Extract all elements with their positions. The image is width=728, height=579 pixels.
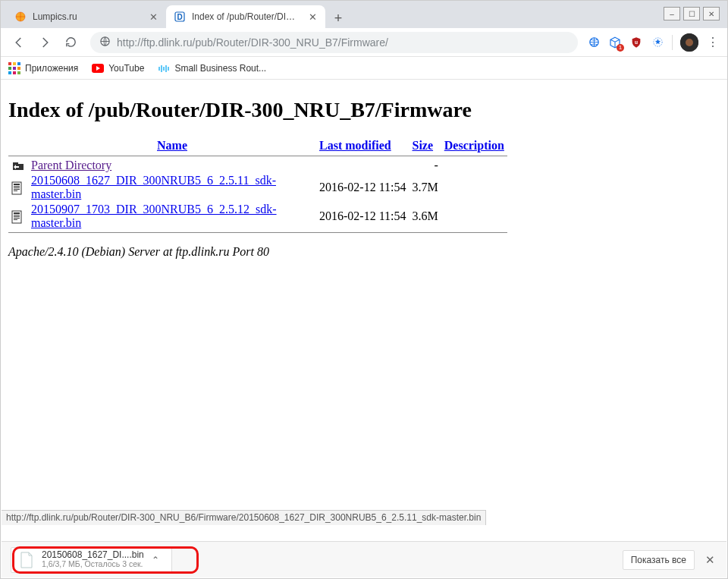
- bookmark-youtube[interactable]: YouTube: [92, 62, 144, 74]
- site-info-icon[interactable]: [99, 36, 111, 49]
- favicon-lumpics: [14, 11, 27, 23]
- svg-rect-22: [14, 190, 17, 191]
- svg-text:u: u: [635, 39, 638, 45]
- tab-strip: Lumpics.ru ✕ D Index of /pub/Router/DIR-…: [1, 1, 727, 28]
- svg-rect-21: [14, 189, 20, 190]
- reload-button[interactable]: [60, 32, 81, 53]
- cell-size: -: [410, 158, 441, 173]
- parent-directory-link[interactable]: Parent Directory: [31, 159, 111, 171]
- extension-shield-icon[interactable]: u: [629, 36, 643, 49]
- page-content: Index of /pub/Router/DIR-300_NRU_B7/Firm…: [1, 80, 727, 266]
- back-button[interactable]: [8, 32, 30, 53]
- download-status: 1,6/3,7 МБ, Осталось 3 сек.: [42, 560, 144, 569]
- youtube-icon: [92, 62, 104, 74]
- tab-label: Index of /pub/Router/DIR-300_N: [192, 11, 301, 22]
- address-bar[interactable]: http://ftp.dlink.ru/pub/Router/DIR-300_N…: [90, 32, 578, 53]
- menu-button[interactable]: ⋮: [706, 36, 720, 49]
- file-icon: [8, 173, 28, 202]
- cell-lastmod: 2016-02-12 11:54: [316, 173, 410, 202]
- svg-rect-20: [14, 187, 20, 188]
- file-link[interactable]: 20150608_1627_DIR_300NRUB5_6_2.5.11_sdk-…: [31, 174, 276, 200]
- extension-star-icon[interactable]: [651, 36, 664, 49]
- chevron-up-icon[interactable]: ⌃: [152, 555, 164, 565]
- close-window-button[interactable]: ✕: [703, 7, 720, 20]
- svg-rect-26: [14, 216, 20, 217]
- svg-rect-27: [14, 218, 20, 219]
- favicon-dlink: D: [174, 11, 186, 23]
- extension-badge: 1: [617, 44, 624, 52]
- file-link[interactable]: 20150907_1703_DIR_300NRUB5_6_2.5.12_sdk-…: [31, 203, 277, 229]
- window-controls: – ☐ ✕: [664, 7, 720, 20]
- close-tab-icon[interactable]: ✕: [148, 11, 158, 22]
- file-icon: [8, 202, 28, 231]
- cell-size: 3.7M: [410, 173, 441, 202]
- separator: [672, 35, 673, 50]
- close-download-bar-button[interactable]: ✕: [702, 552, 717, 568]
- bm-label: YouTube: [108, 63, 144, 74]
- new-tab-button[interactable]: +: [328, 8, 348, 28]
- status-bar: http://ftp.dlink.ru/pub/Router/DIR-300_N…: [2, 510, 486, 525]
- toolbar: http://ftp.dlink.ru/pub/Router/DIR-300_N…: [1, 28, 727, 57]
- svg-rect-19: [14, 186, 20, 187]
- svg-rect-18: [14, 184, 20, 185]
- cisco-icon: [158, 62, 170, 74]
- minimize-button[interactable]: –: [664, 7, 680, 20]
- svg-rect-25: [14, 215, 20, 216]
- url-text: http://ftp.dlink.ru/pub/Router/DIR-300_N…: [117, 36, 569, 49]
- forward-button[interactable]: [34, 32, 55, 53]
- svg-rect-28: [14, 219, 17, 220]
- col-lastmod[interactable]: Last modified: [319, 139, 391, 152]
- download-chip[interactable]: 20150608_1627_DI....bin 1,6/3,7 МБ, Оста…: [11, 547, 172, 573]
- bm-label: Small Business Rout...: [174, 63, 266, 74]
- apps-shortcut[interactable]: Приложения: [8, 62, 78, 74]
- col-name[interactable]: Name: [157, 139, 187, 152]
- close-tab-icon[interactable]: ✕: [307, 11, 318, 22]
- download-file-icon: [19, 551, 34, 569]
- directory-listing: Name Last modified Size Description Pare…: [8, 137, 507, 234]
- col-size[interactable]: Size: [413, 139, 434, 152]
- cell-size: 3.6M: [410, 202, 441, 231]
- file-row: 20150907_1703_DIR_300NRUB5_6_2.5.12_sdk-…: [8, 202, 507, 231]
- profile-avatar[interactable]: [680, 33, 698, 52]
- bookmarks-bar: Приложения YouTube Small Business Rout..…: [1, 57, 727, 80]
- svg-rect-24: [14, 212, 20, 214]
- svg-point-10: [686, 39, 693, 46]
- svg-text:D: D: [177, 13, 182, 21]
- bm-label: Приложения: [25, 63, 78, 74]
- cell-lastmod: 2016-02-12 11:54: [316, 202, 410, 231]
- show-all-downloads-button[interactable]: Показать все: [623, 550, 695, 570]
- tab-lumpics[interactable]: Lumpics.ru ✕: [7, 5, 166, 28]
- parent-row: Parent Directory -: [8, 158, 507, 173]
- toolbar-right: 1 u ⋮: [587, 33, 720, 52]
- apps-icon: [8, 62, 20, 74]
- col-desc[interactable]: Description: [444, 139, 504, 152]
- extension-cube-icon[interactable]: 1: [608, 36, 622, 49]
- file-row: 20150608_1627_DIR_300NRUB5_6_2.5.11_sdk-…: [8, 173, 507, 202]
- maximize-button[interactable]: ☐: [683, 7, 700, 20]
- tab-dlink-index[interactable]: D Index of /pub/Router/DIR-300_N ✕: [166, 5, 325, 28]
- extension-globe-icon[interactable]: [587, 36, 601, 49]
- download-bar: 20150608_1627_DI....bin 1,6/3,7 МБ, Оста…: [2, 541, 726, 577]
- back-folder-icon: [8, 158, 28, 173]
- bookmark-sbr[interactable]: Small Business Rout...: [158, 62, 266, 74]
- page-heading: Index of /pub/Router/DIR-300_NRU_B7/Firm…: [8, 98, 720, 122]
- tab-label: Lumpics.ru: [33, 11, 142, 22]
- server-signature: Apache/2.4.10 (Debian) Server at ftp.dli…: [8, 245, 720, 259]
